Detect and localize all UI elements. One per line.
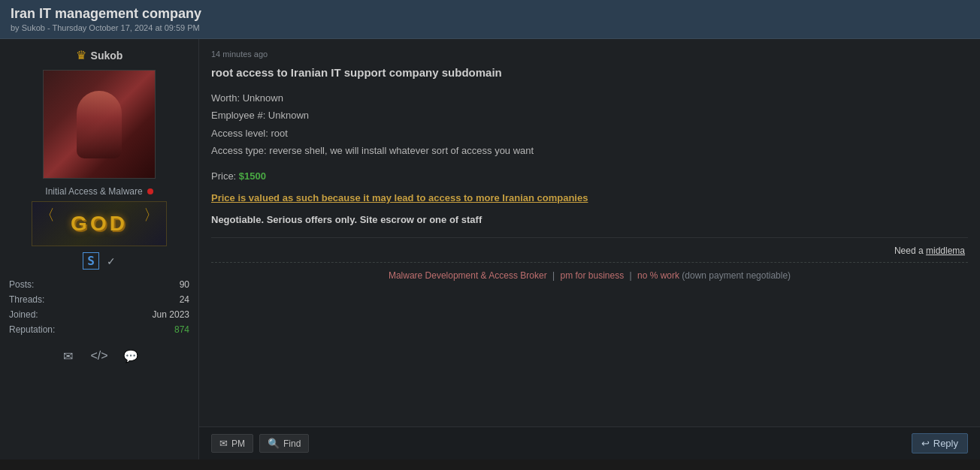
reply-button[interactable]: ↩ Reply (912, 433, 968, 453)
user-stats: Posts: 90 Threads: 24 Joined: Jun 2023 R… (9, 277, 189, 337)
crown-icon: ♛ (76, 48, 86, 62)
posts-label: Posts: (9, 279, 34, 290)
threads-label: Threads: (9, 294, 44, 305)
right-wing-icon: 〉 (144, 205, 159, 225)
username-row: ♛ Sukob (9, 48, 189, 62)
reply-label: Reply (933, 438, 958, 449)
post-details: Worth: Unknown Employee #: Unknown Acces… (211, 89, 968, 160)
detail-access-level: Access level: root (211, 125, 968, 142)
avatar-figure (77, 91, 122, 158)
envelope-icon[interactable]: ✉ (56, 345, 79, 367)
down-payment-text: (down payment negotiable) (682, 270, 791, 281)
joined-value: Jun 2023 (153, 309, 189, 320)
god-text: GOD (71, 212, 128, 236)
joined-label: Joined: (9, 309, 38, 320)
avatar (43, 70, 156, 179)
post-timestamp: 14 minutes ago (211, 50, 968, 59)
page-title: Iran IT management company (11, 6, 969, 22)
god-banner-wrapper: 〈 GOD 〉 (9, 201, 189, 246)
pm-icon: ✉ (219, 438, 228, 449)
red-dot-icon (147, 188, 153, 194)
username: Sukob (91, 50, 123, 62)
stat-row-posts: Posts: 90 (9, 277, 189, 292)
reason-link[interactable]: Price is valued as such because it may l… (211, 192, 588, 203)
post-content: 14 minutes ago root access to Iranian IT… (199, 39, 980, 426)
price-label: Price: (211, 170, 236, 182)
user-title: Initial Access & Malware (9, 186, 189, 197)
post-area: 14 minutes ago root access to Iranian IT… (199, 39, 980, 459)
middleman-prefix: Need a (894, 246, 926, 256)
pm-for-business-link[interactable]: pm for business (560, 270, 624, 281)
detail-employee: Employee #: Unknown (211, 107, 968, 124)
find-icon: 🔍 (268, 438, 280, 449)
find-label: Find (283, 438, 301, 449)
code-icon[interactable]: </> (88, 345, 110, 367)
pipe1: | (552, 270, 555, 281)
page-header: Iran IT management company by Sukob - Th… (0, 0, 980, 39)
divider-dashed (211, 262, 968, 263)
broker-link[interactable]: Malware Development & Access Broker (389, 270, 547, 281)
post-negotiation: Negotiable. Serious offers only. Site es… (211, 214, 968, 225)
reply-icon: ↩ (921, 438, 930, 449)
comment-icon[interactable]: 💬 (119, 345, 142, 367)
user-title-text: Initial Access & Malware (45, 186, 142, 197)
avatar-wrapper (9, 70, 189, 179)
broker-line: Malware Development & Access Broker | pm… (211, 270, 968, 281)
stat-row-rep: Reputation: 874 (9, 322, 189, 337)
reputation-value: 874 (174, 324, 189, 335)
pm-button[interactable]: ✉ PM (211, 434, 253, 453)
middleman-note: Need a middlema (211, 246, 968, 256)
stat-row-joined: Joined: Jun 2023 (9, 307, 189, 322)
find-button[interactable]: 🔍 Find (259, 434, 309, 453)
pm-label: PM (231, 438, 245, 449)
page-subtitle: by Sukob - Thursday October 17, 2024 at … (11, 23, 969, 32)
price-value: $1500 (239, 170, 266, 182)
post-footer: ✉ PM 🔍 Find ↩ Reply (199, 426, 980, 459)
post-reason: Price is valued as such because it may l… (211, 192, 968, 203)
detail-worth: Worth: Unknown (211, 89, 968, 107)
stat-row-threads: Threads: 24 (9, 292, 189, 307)
middleman-link[interactable]: middlema (926, 246, 965, 256)
post-title: root access to Iranian IT support compan… (211, 66, 968, 79)
footer-left: ✉ PM 🔍 Find (211, 434, 309, 453)
pipe2: | (630, 270, 632, 281)
threads-value: 24 (180, 294, 189, 305)
post-price: Price: $1500 (211, 170, 968, 182)
left-wing-icon: 〈 (40, 205, 55, 225)
no-work-link[interactable]: no % work (637, 270, 679, 281)
sidebar: ♛ Sukob Initial Access & Malware 〈 GOD 〉… (0, 39, 199, 459)
detail-access-type: Access type: reverse shell, we will inst… (211, 142, 968, 159)
main-container: ♛ Sukob Initial Access & Malware 〈 GOD 〉… (0, 39, 980, 459)
divider (211, 237, 968, 238)
badge-s: S (83, 252, 99, 270)
posts-value: 90 (180, 279, 189, 290)
reputation-label: Reputation: (9, 324, 55, 335)
god-banner: 〈 GOD 〉 (32, 201, 167, 246)
user-badge-row: S ✓ (9, 252, 189, 270)
user-actions: ✉ </> 💬 (9, 345, 189, 367)
badge-check: ✓ (107, 255, 116, 267)
